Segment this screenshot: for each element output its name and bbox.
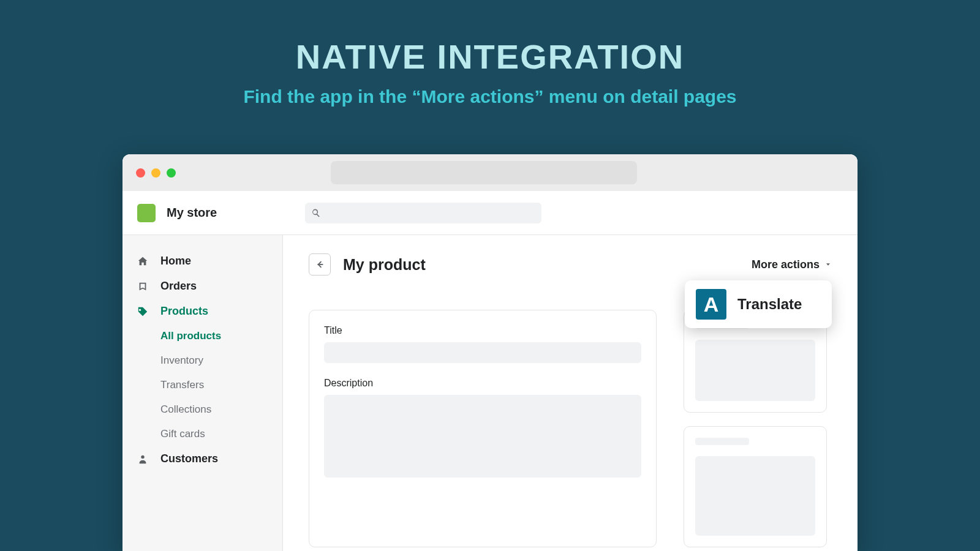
page-header: My product More actions [309, 253, 832, 276]
sidebar-item-customers[interactable]: Customers [123, 446, 282, 471]
description-label: Description [324, 378, 641, 389]
search-input[interactable] [305, 203, 541, 223]
more-actions-button[interactable]: More actions [752, 258, 832, 271]
hero-banner: NATIVE INTEGRATION Find the app in the “… [0, 0, 980, 107]
description-input[interactable] [324, 395, 641, 478]
customers-icon [137, 454, 148, 465]
sidebar-label: Home [160, 255, 191, 268]
arrow-left-icon [314, 259, 325, 270]
product-form-card: Title Description [309, 310, 657, 547]
sidebar: Home Orders Products All products Invent… [123, 235, 283, 551]
search-icon [311, 208, 321, 218]
chevron-down-icon [824, 261, 832, 268]
sidebar-label: Customers [160, 452, 218, 465]
placeholder-block [695, 456, 815, 536]
translate-label: Translate [737, 296, 802, 313]
window-close-icon[interactable] [136, 168, 145, 178]
window-maximize-icon[interactable] [167, 168, 176, 178]
more-actions-label: More actions [752, 258, 820, 271]
orders-icon [137, 281, 148, 292]
sidebar-subitem-transfers[interactable]: Transfers [123, 373, 282, 397]
sidebar-subitem-all-products[interactable]: All products [123, 324, 282, 348]
translate-app-icon: A [696, 289, 726, 320]
more-actions-popover-item-translate[interactable]: A Translate [685, 280, 832, 328]
hero-title: NATIVE INTEGRATION [0, 37, 980, 77]
title-input[interactable] [324, 342, 641, 363]
browser-window: My store Home Orders Products All produc… [123, 154, 858, 551]
sidebar-item-orders[interactable]: Orders [123, 274, 282, 299]
sidebar-subitem-gift-cards[interactable]: Gift cards [123, 422, 282, 446]
products-icon [137, 306, 148, 317]
sidebar-subitem-inventory[interactable]: Inventory [123, 348, 282, 373]
back-button[interactable] [309, 253, 331, 276]
sidebar-label: Products [160, 305, 208, 318]
title-label: Title [324, 325, 641, 336]
window-minimize-icon[interactable] [151, 168, 160, 178]
sidebar-item-products[interactable]: Products [123, 299, 282, 324]
side-card [684, 426, 827, 547]
store-name: My store [167, 206, 217, 220]
sidebar-subitem-collections[interactable]: Collections [123, 397, 282, 422]
placeholder-line [695, 438, 749, 445]
placeholder-block [695, 340, 815, 401]
page-title: My product [343, 256, 426, 274]
hero-subtitle: Find the app in the “More actions” menu … [0, 86, 980, 107]
url-bar[interactable] [331, 161, 637, 184]
sidebar-item-home[interactable]: Home [123, 249, 282, 274]
app-header: My store [123, 191, 858, 235]
home-icon [137, 256, 148, 267]
svg-point-0 [141, 455, 144, 458]
store-logo-icon [137, 204, 156, 222]
window-chrome [123, 154, 858, 191]
main-content: My product More actions Title Descriptio… [283, 235, 858, 551]
side-column [684, 310, 827, 547]
sidebar-label: Orders [160, 280, 197, 293]
